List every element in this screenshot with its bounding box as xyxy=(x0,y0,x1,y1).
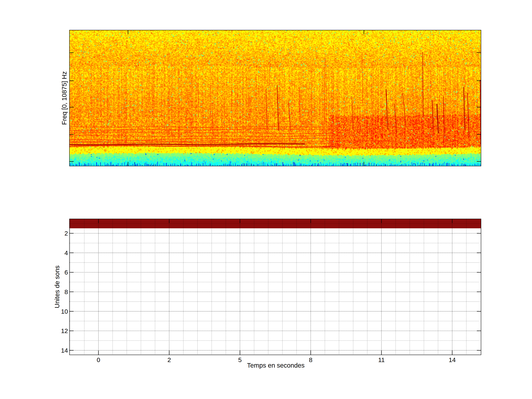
time-xlabel: Temps en secondes xyxy=(247,362,304,369)
y-tick-label: 8 xyxy=(48,288,68,296)
y-tick-label: 4 xyxy=(48,249,68,257)
x-tick-label: 5 xyxy=(227,356,253,364)
x-tick-label: 0 xyxy=(86,356,111,364)
y-tick-label: 12 xyxy=(48,327,68,335)
y-tick-label: 10 xyxy=(48,307,68,316)
y-tick-label: 14 xyxy=(48,346,68,355)
y-tick-label: 6 xyxy=(48,268,68,276)
spectrogram-image xyxy=(70,30,481,166)
x-tick-label: 2 xyxy=(156,356,182,364)
sound-units-grid xyxy=(70,219,481,355)
spectrogram-plot xyxy=(69,30,481,166)
y-tick-label: 2 xyxy=(48,229,68,237)
x-tick-label: 8 xyxy=(298,356,324,364)
sound-units-plot xyxy=(69,219,481,355)
x-tick-label: 14 xyxy=(439,356,465,364)
x-tick-label: 11 xyxy=(368,356,394,364)
spectrogram-ylabel: Freq [0, 10875] Hz xyxy=(61,71,68,125)
matlab-figure: Freq [0, 10875] Hz Unites de sons Temps … xyxy=(0,0,532,399)
